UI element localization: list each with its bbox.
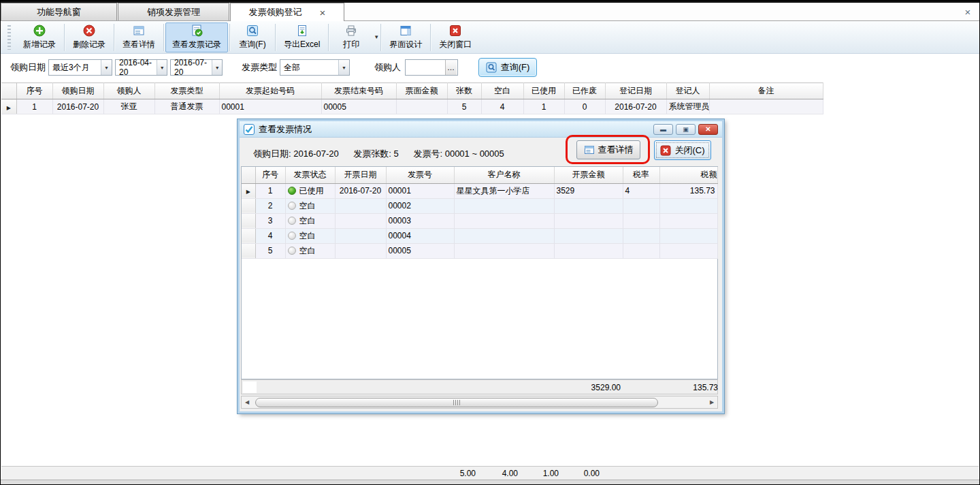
- column-header[interactable]: 已使用: [523, 83, 564, 99]
- tab-invoice-purchase-registration[interactable]: 发票领购登记 ×: [230, 3, 344, 21]
- view-details-button[interactable]: 查看详情: [116, 22, 162, 52]
- query-button[interactable]: 查询(F): [478, 58, 537, 77]
- table-cell[interactable]: [554, 228, 623, 243]
- add-record-button[interactable]: 新增记录: [16, 22, 63, 52]
- ui-design-button[interactable]: 界面设计: [382, 22, 429, 52]
- invoice-status-cell[interactable]: 空白: [285, 198, 335, 213]
- invoice-status-cell[interactable]: 空白: [285, 213, 335, 228]
- table-cell[interactable]: [659, 228, 717, 243]
- table-cell[interactable]: 5: [255, 243, 285, 258]
- close-window-button[interactable]: 关闭窗口: [432, 22, 478, 52]
- column-header[interactable]: 张数: [447, 83, 481, 99]
- table-cell[interactable]: [623, 198, 659, 213]
- date-to-select[interactable]: 2016-07-20 ▼: [170, 59, 223, 76]
- table-cell[interactable]: 00001: [386, 183, 454, 198]
- window-close-icon[interactable]: ×: [962, 5, 974, 18]
- invoice-status-cell[interactable]: 空白: [285, 228, 335, 243]
- table-cell[interactable]: 00004: [386, 228, 454, 243]
- print-dropdown-icon[interactable]: ▼: [374, 34, 379, 40]
- column-header[interactable]: 发票号: [386, 167, 454, 183]
- table-cell[interactable]: [335, 243, 386, 258]
- column-header[interactable]: 税额: [659, 167, 717, 183]
- scrollbar-thumb[interactable]: [255, 398, 658, 407]
- chevron-down-icon[interactable]: ▼: [101, 60, 112, 75]
- table-cell[interactable]: 0: [564, 99, 605, 114]
- table-cell[interactable]: [335, 213, 386, 228]
- column-header[interactable]: 登记人: [666, 83, 709, 99]
- chevron-down-icon[interactable]: ▼: [212, 60, 222, 75]
- column-header[interactable]: 序号: [255, 167, 285, 183]
- table-cell[interactable]: 4: [623, 183, 659, 198]
- tab-sales-invoice-management[interactable]: 销项发票管理: [118, 3, 229, 20]
- scroll-left-icon[interactable]: ◀: [242, 396, 252, 408]
- print-button[interactable]: 打印: [330, 22, 372, 52]
- table-cell[interactable]: [659, 198, 717, 213]
- scroll-right-icon[interactable]: ▶: [706, 396, 717, 408]
- table-cell[interactable]: 3529: [554, 183, 623, 198]
- column-header[interactable]: 领购人: [103, 83, 154, 99]
- dialog-view-details-button[interactable]: 查看详情: [576, 140, 640, 159]
- table-cell[interactable]: 2016-07-20: [605, 99, 666, 114]
- invoice-status-cell[interactable]: 已使用: [285, 183, 335, 198]
- table-cell[interactable]: 张亚: [103, 99, 154, 114]
- chevron-down-icon[interactable]: ▼: [157, 60, 167, 75]
- query-toolbar-button[interactable]: 查询(F): [231, 22, 274, 52]
- table-cell[interactable]: 4: [481, 99, 523, 114]
- column-header[interactable]: 票面金额: [396, 83, 447, 99]
- column-header[interactable]: 登记日期: [605, 83, 666, 99]
- tab-function-navigation[interactable]: 功能导航窗: [1, 3, 117, 20]
- table-cell[interactable]: [396, 99, 447, 114]
- table-cell[interactable]: 1: [523, 99, 564, 114]
- table-cell[interactable]: 5: [447, 99, 481, 114]
- table-row[interactable]: 4空白00004: [242, 228, 717, 243]
- table-cell[interactable]: [335, 228, 386, 243]
- column-header[interactable]: 税率: [623, 167, 659, 183]
- column-header[interactable]: 开票日期: [335, 167, 386, 183]
- column-header[interactable]: 发票状态: [285, 167, 335, 183]
- table-row[interactable]: 5空白00005: [242, 243, 717, 258]
- date-from-select[interactable]: 2016-04-20 ▼: [115, 59, 167, 76]
- table-cell[interactable]: [454, 213, 554, 228]
- invoice-type-select[interactable]: 全部 ▼: [280, 59, 350, 76]
- date-range-preset-select[interactable]: 最近3个月 ▼: [48, 59, 112, 76]
- table-cell[interactable]: [709, 99, 823, 114]
- table-cell[interactable]: 2016-07-20: [52, 99, 103, 114]
- table-cell[interactable]: 2: [255, 198, 285, 213]
- table-cell[interactable]: [659, 243, 717, 258]
- table-cell[interactable]: 1: [16, 99, 52, 114]
- purchaser-input[interactable]: [406, 61, 445, 74]
- export-excel-button[interactable]: 导出Excel: [277, 22, 327, 52]
- table-row[interactable]: ▶1已使用2016-07-2000001星星文具第一小学店35294135.73: [242, 183, 717, 198]
- table-row[interactable]: ▶12016-07-20张亚普通发票000010000554102016-07-…: [1, 99, 823, 114]
- chevron-down-icon[interactable]: ▼: [338, 60, 349, 75]
- table-cell[interactable]: 2016-07-20: [335, 183, 386, 198]
- column-header[interactable]: 空白: [481, 83, 523, 99]
- table-cell[interactable]: 普通发票: [154, 99, 219, 114]
- column-header[interactable]: 发票类型: [154, 83, 219, 99]
- column-header[interactable]: 客户名称: [454, 167, 554, 183]
- table-cell[interactable]: [454, 228, 554, 243]
- column-header[interactable]: 领购日期: [52, 83, 103, 99]
- table-cell[interactable]: [623, 213, 659, 228]
- dialog-minimize-button[interactable]: ▬: [653, 124, 673, 135]
- column-header[interactable]: 序号: [16, 83, 52, 99]
- column-header[interactable]: 发票起始号码: [219, 83, 321, 99]
- table-cell[interactable]: [454, 198, 554, 213]
- table-cell[interactable]: [335, 198, 386, 213]
- table-cell[interactable]: 星星文具第一小学店: [454, 183, 554, 198]
- invoice-status-cell[interactable]: 空白: [285, 243, 335, 258]
- purchaser-lookup-button[interactable]: …: [445, 60, 457, 75]
- table-cell[interactable]: 135.73: [659, 183, 717, 198]
- tab-close-icon[interactable]: ×: [320, 7, 326, 18]
- table-cell[interactable]: [554, 198, 623, 213]
- table-cell[interactable]: 1: [255, 183, 285, 198]
- table-cell[interactable]: 3: [255, 213, 285, 228]
- table-cell[interactable]: [454, 243, 554, 258]
- dialog-close-button[interactable]: ✕: [698, 124, 718, 135]
- table-cell[interactable]: 00005: [386, 243, 454, 258]
- table-cell[interactable]: 系统管理员: [666, 99, 709, 114]
- table-row[interactable]: 2空白00002: [242, 198, 717, 213]
- table-cell[interactable]: [554, 213, 623, 228]
- table-cell[interactable]: 00005: [321, 99, 396, 114]
- column-header[interactable]: 已作废: [564, 83, 605, 99]
